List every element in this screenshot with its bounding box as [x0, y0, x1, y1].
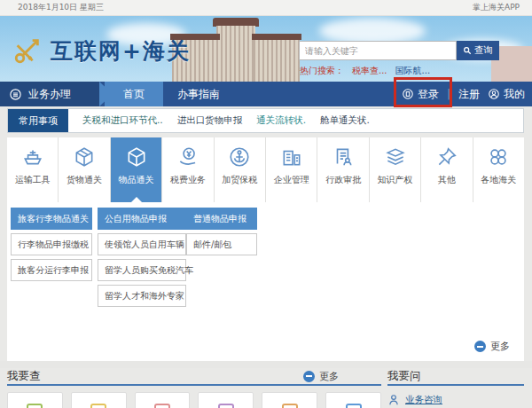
- panel-item[interactable]: 使领馆人员自用车辆: [98, 233, 186, 255]
- my-account-button[interactable]: 我的: [488, 87, 525, 102]
- cube-icon: [125, 145, 148, 169]
- pushpin-icon: [435, 145, 458, 169]
- hot-search-row: 热门搜索： 税率查... 国际航...: [300, 65, 430, 77]
- tab-common-items[interactable]: 常用事项: [8, 109, 68, 132]
- panel-item[interactable]: 留学人员购买免税汽车: [98, 259, 186, 281]
- category-processing-bonded[interactable]: 加贸保税: [215, 137, 265, 202]
- link-clearance-status[interactable]: 通关流转状.: [256, 114, 306, 127]
- main-nav-bar: 业务办理 首页 办事指南 登录 | 注册 我的: [0, 82, 532, 106]
- category-grid: 运输工具 货物通关 物品通关 税费业务 加贸保税 企业管理: [7, 137, 524, 202]
- category-goods-clearance[interactable]: 物品通关: [111, 137, 161, 202]
- card-icon: [27, 404, 43, 408]
- buildings-icon: [280, 145, 303, 169]
- panel-passenger-luggage: 旅客行李物品通关 行李物品申报缴税 旅客分运行李申报: [11, 208, 92, 281]
- hot-search-term[interactable]: 税率查...: [352, 65, 387, 77]
- query-card[interactable]: [262, 392, 317, 408]
- category-transport-tools[interactable]: 运输工具: [7, 137, 58, 202]
- query-section: 我要查 更多: [7, 368, 381, 408]
- document-person-icon: [332, 145, 355, 169]
- search-button[interactable]: 查询: [457, 41, 499, 60]
- panel-header: 普通物品申报: [186, 208, 257, 230]
- card-icon: [218, 404, 234, 408]
- logo-text: 互联网+海关: [51, 36, 191, 66]
- card-icon: [154, 404, 170, 408]
- top-utility-bar: 2018年1月10日 星期三 掌上海关APP: [0, 0, 532, 16]
- query-section-header: 我要查 更多: [7, 368, 381, 386]
- section-title: 我要问: [387, 369, 421, 384]
- search-icon: [463, 46, 472, 55]
- card-icon: [90, 404, 106, 408]
- annotation-highlight-box: [394, 77, 452, 107]
- person-icon: [387, 394, 400, 406]
- query-card[interactable]: [71, 392, 127, 408]
- category-cargo-clearance[interactable]: 货物通关: [59, 137, 109, 202]
- query-card-row: [7, 392, 381, 408]
- category-regional-customs[interactable]: 各地海关: [473, 137, 524, 202]
- ship-icon: [21, 145, 44, 169]
- user-icon: [488, 88, 500, 100]
- common-items-strip: 常用事项 关税和进口环节代.. 进出口货物申报 通关流转状. 舱单通关状.: [7, 108, 524, 133]
- hamburger-menu-icon: [9, 88, 22, 101]
- query-card[interactable]: [198, 392, 254, 408]
- site-logo[interactable]: 互联网+海关: [12, 35, 191, 66]
- clover-icon: [487, 145, 510, 169]
- section-title: 我要查: [7, 369, 41, 384]
- golden-keys-logo-icon: [12, 35, 43, 66]
- panel-ordinary-goods: 普通物品申报 邮件/邮包: [186, 208, 257, 255]
- category-intellectual-property[interactable]: 知识产权: [370, 137, 420, 202]
- goods-clearance-dropdown: 旅客行李物品通关 行李物品申报缴税 旅客分运行李申报 公自用物品申报 使领馆人员…: [7, 202, 524, 361]
- card-icon: [346, 404, 362, 408]
- query-card[interactable]: [135, 392, 191, 408]
- link-import-export-declaration[interactable]: 进出口货物申报: [177, 114, 243, 127]
- nav-tab-service-guide[interactable]: 办事指南: [167, 82, 231, 106]
- yen-hand-icon: [176, 145, 200, 169]
- search-input[interactable]: [299, 41, 457, 60]
- panel-item[interactable]: 行李物品申报缴税: [11, 233, 92, 255]
- header-banner: 互联网+海关 查询 热门搜索： 税率查... 国际航...: [0, 16, 532, 82]
- cargo-box-icon: [73, 145, 96, 169]
- card-icon: [282, 404, 298, 408]
- register-button[interactable]: 注册: [458, 87, 480, 102]
- books-icon: [384, 145, 407, 169]
- category-administrative-approval[interactable]: 行政审批: [317, 137, 368, 202]
- link-tariff-import-tax[interactable]: 关税和进口环节代..: [82, 114, 163, 127]
- customs-portal-page: 2018年1月10日 星期三 掌上海关APP 互联网+海关: [0, 0, 532, 408]
- search-box: 查询: [299, 41, 499, 60]
- section-divider: [0, 361, 532, 368]
- business-consult-link[interactable]: 业务咨询: [387, 394, 524, 406]
- query-more-button[interactable]: 更多: [303, 370, 339, 383]
- category-tax-services[interactable]: 税费业务: [162, 137, 213, 202]
- collapse-more-button[interactable]: 更多: [474, 340, 510, 353]
- date-text: 2018年1月10日 星期三: [18, 2, 104, 13]
- minus-circle-icon: [303, 371, 315, 382]
- panel-item[interactable]: 留学人才和海外专家: [98, 285, 186, 307]
- hot-search-label: 热门搜索：: [300, 65, 344, 77]
- panel-item[interactable]: 邮件/邮包: [186, 233, 257, 255]
- minus-circle-icon: [474, 341, 486, 352]
- query-card[interactable]: [325, 392, 381, 408]
- panel-header: 公自用物品申报: [98, 208, 186, 230]
- link-manifest-status[interactable]: 舱单通关状.: [320, 114, 370, 127]
- business-menu-button[interactable]: 业务办理: [0, 82, 99, 106]
- mobile-app-link[interactable]: 掌上海关APP: [473, 2, 520, 13]
- nav-tab-home[interactable]: 首页: [105, 82, 163, 106]
- hot-search-term[interactable]: 国际航...: [395, 65, 431, 77]
- anchor-icon: [228, 145, 251, 169]
- panel-item[interactable]: 旅客分运行李申报: [11, 259, 92, 281]
- ask-section: 我要问 业务咨询: [387, 368, 524, 406]
- query-card[interactable]: [7, 392, 63, 408]
- panel-header: 旅客行李物品通关: [11, 208, 92, 230]
- category-enterprise-management[interactable]: 企业管理: [266, 137, 317, 202]
- ask-section-header: 我要问: [387, 368, 524, 386]
- panel-official-personal-goods: 公自用物品申报 使领馆人员自用车辆 留学人员购买免税汽车 留学人才和海外专家: [98, 208, 186, 307]
- category-other[interactable]: 其他: [421, 137, 472, 202]
